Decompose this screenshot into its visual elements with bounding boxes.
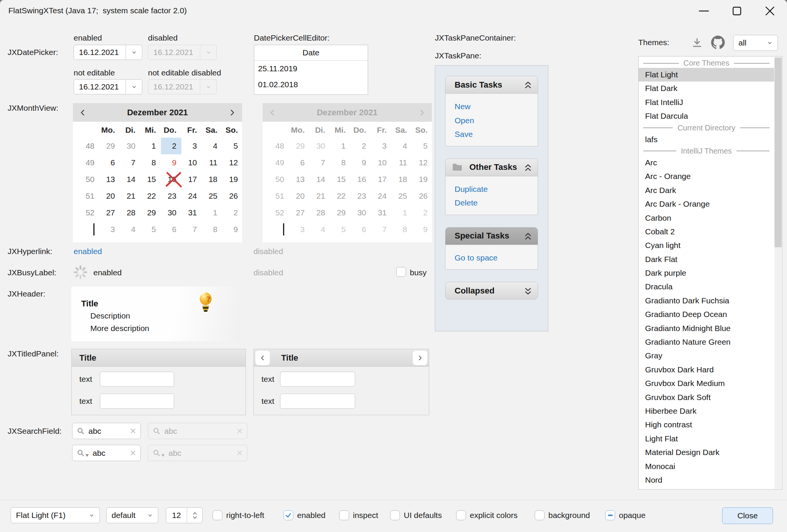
- theme-item[interactable]: Dark purple: [639, 266, 774, 280]
- theme-item[interactable]: Arc Dark - Orange: [639, 197, 774, 211]
- search-field-dropdown-enabled[interactable]: abc: [72, 445, 141, 461]
- day-cell[interactable]: 17: [181, 171, 202, 188]
- theme-item[interactable]: Flat Darcula: [639, 109, 774, 123]
- day-cell[interactable]: 10: [181, 154, 202, 171]
- checkbox-label-ui-defaults[interactable]: UI defaults: [404, 511, 442, 520]
- scrollbar-thumb[interactable]: [774, 58, 782, 247]
- theme-filter-combo[interactable]: all: [733, 35, 778, 51]
- close-button[interactable]: Close: [722, 507, 773, 524]
- theme-item[interactable]: Carbon: [639, 211, 774, 225]
- day-cell[interactable]: 31: [181, 204, 202, 221]
- task-link[interactable]: New: [455, 100, 538, 114]
- checkbox-label-background[interactable]: background: [548, 511, 590, 520]
- day-cell[interactable]: 8: [140, 154, 161, 171]
- theme-item[interactable]: Flat IntelliJ: [639, 96, 774, 109]
- day-cell[interactable]: 6: [99, 154, 120, 171]
- day-cell[interactable]: 30: [120, 138, 140, 154]
- checkbox-label-inspect[interactable]: inspect: [353, 511, 378, 520]
- clear-icon[interactable]: [130, 428, 136, 434]
- checkbox-busy[interactable]: [396, 267, 406, 277]
- day-cell[interactable]: 7: [181, 221, 202, 238]
- maximize-button[interactable]: [728, 2, 746, 20]
- checkbox-inspect[interactable]: [339, 510, 349, 520]
- day-cell[interactable]: 5: [140, 221, 161, 238]
- checkbox-label-explicit-colors[interactable]: explicit colors: [470, 511, 518, 520]
- chevron-double-up-icon[interactable]: [524, 163, 532, 174]
- theme-item[interactable]: High contrast: [639, 418, 774, 432]
- chevron-double-up-icon[interactable]: [524, 232, 532, 242]
- chevron-down-icon[interactable]: [126, 45, 142, 60]
- font-size-spinner[interactable]: 12: [166, 507, 203, 523]
- theme-item[interactable]: Gruvbox Dark Hard: [639, 363, 774, 377]
- scale-combo[interactable]: default: [106, 507, 158, 523]
- day-cell[interactable]: 24: [181, 188, 202, 204]
- day-cell[interactable]: 23: [161, 188, 181, 204]
- day-cell[interactable]: 26: [222, 188, 243, 204]
- task-link[interactable]: Delete: [455, 196, 538, 210]
- scrollbar[interactable]: [774, 57, 782, 489]
- day-cell[interactable]: 30: [161, 204, 181, 221]
- theme-item[interactable]: Gradianto Nature Green: [639, 335, 774, 349]
- hyperlink-enabled[interactable]: enabled: [74, 247, 102, 256]
- day-cell[interactable]: 4: [120, 221, 140, 238]
- prev-button[interactable]: [255, 351, 270, 365]
- day-cell[interactable]: 18: [202, 171, 222, 188]
- theme-item[interactable]: Material Design Dark: [639, 446, 774, 459]
- day-cell[interactable]: 1: [140, 138, 161, 154]
- chevron-double-up-icon[interactable]: [524, 81, 532, 91]
- day-cell[interactable]: 22: [140, 188, 161, 204]
- day-cell[interactable]: 14: [120, 171, 140, 188]
- checkbox-label-enabled[interactable]: enabled: [297, 511, 326, 520]
- theme-item[interactable]: Dracula: [639, 280, 774, 293]
- task-link[interactable]: Duplicate: [455, 182, 538, 196]
- table-row[interactable]: 25.11.2019: [254, 61, 368, 77]
- text-field[interactable]: [280, 394, 355, 409]
- day-cell[interactable]: 9: [222, 221, 243, 238]
- download-icon[interactable]: [690, 36, 704, 50]
- monthview-enabled[interactable]: Dezember 2021Mo.Di.Mi.Do.Fr.Sa.So.482930…: [73, 103, 242, 242]
- theme-item[interactable]: Gruvbox Dark Medium: [639, 377, 774, 390]
- checkbox-opaque[interactable]: [605, 510, 615, 520]
- day-cell[interactable]: 11: [202, 154, 222, 171]
- checkbox-background[interactable]: [535, 510, 545, 520]
- minimize-button[interactable]: [695, 2, 713, 20]
- theme-item[interactable]: Gradianto Midnight Blue: [639, 322, 774, 335]
- next-button[interactable]: [413, 351, 427, 365]
- checkbox-ui-defaults[interactable]: [390, 510, 400, 520]
- task-link[interactable]: Save: [455, 127, 538, 141]
- task-link[interactable]: Go to space: [455, 251, 538, 265]
- table-row[interactable]: 01.02.2018: [254, 77, 368, 93]
- date-table[interactable]: Date 25.11.2019 01.02.2018: [254, 45, 368, 95]
- theme-item[interactable]: Gradianto Dark Fuchsia: [639, 294, 774, 308]
- theme-item[interactable]: Gradianto Deep Ocean: [639, 308, 774, 321]
- theme-item[interactable]: Gray: [639, 349, 774, 363]
- table-column-header[interactable]: Date: [254, 45, 368, 61]
- calendar-prev-icon[interactable]: [79, 109, 87, 116]
- day-cell[interactable]: 13: [99, 171, 120, 188]
- spinner-arrows[interactable]: [187, 508, 202, 523]
- day-cell[interactable]: 21: [120, 188, 140, 204]
- theme-item[interactable]: Cyan light: [639, 239, 774, 252]
- day-cell[interactable]: 15: [140, 171, 161, 188]
- day-cell[interactable]: 6: [161, 221, 181, 238]
- theme-item[interactable]: Nord: [639, 473, 774, 487]
- theme-item[interactable]: Hiberbee Dark: [639, 404, 774, 418]
- task-link[interactable]: Open: [455, 114, 538, 128]
- day-cell[interactable]: 7: [120, 154, 140, 171]
- checkbox-label-right-to-left[interactable]: right-to-left: [226, 511, 264, 520]
- theme-item[interactable]: Flat Dark: [639, 82, 774, 95]
- calendar-next-icon[interactable]: [228, 109, 236, 116]
- text-field[interactable]: [100, 372, 174, 387]
- taskpane-header[interactable]: Special Tasks: [445, 227, 538, 245]
- day-cell[interactable]: 3: [181, 138, 202, 154]
- text-field[interactable]: [280, 372, 355, 387]
- theme-item[interactable]: Dark Flat: [639, 253, 774, 266]
- day-cell[interactable]: 28: [120, 204, 140, 221]
- search-field-enabled[interactable]: abc: [72, 423, 141, 439]
- theme-item[interactable]: lafs: [639, 133, 774, 146]
- theme-item[interactable]: Gruvbox Dark Soft: [639, 391, 774, 404]
- checkbox-explicit-colors[interactable]: [456, 510, 466, 520]
- search-value[interactable]: abc: [88, 427, 126, 436]
- day-cell[interactable]: 9: [161, 154, 181, 171]
- day-cell[interactable]: 29: [99, 138, 120, 154]
